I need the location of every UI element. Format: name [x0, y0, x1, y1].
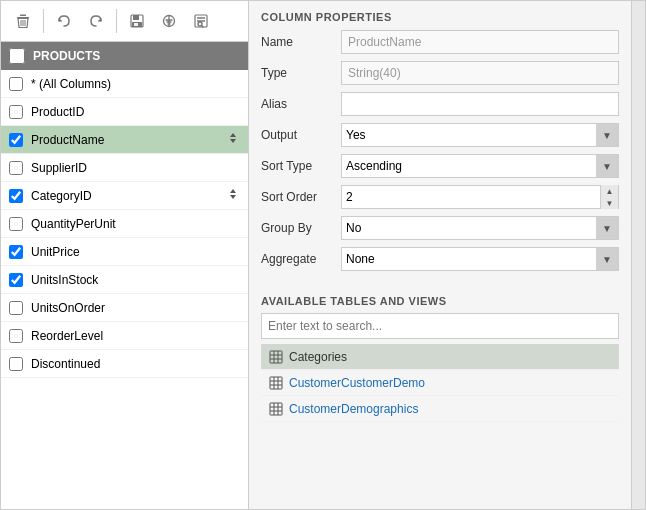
available-tables-title: AVAILABLE TABLES AND VIEWS — [249, 285, 631, 313]
table-icon-categories — [269, 350, 283, 364]
tables-list: Categories CustomerCustomerDemo Customer… — [261, 344, 619, 422]
toolbar — [1, 1, 248, 42]
alias-input[interactable] — [341, 92, 619, 116]
column-label-unitprice: UnitPrice — [31, 245, 240, 259]
column-checkbox-all-columns[interactable] — [9, 77, 23, 91]
table-item-categories[interactable]: Categories — [261, 344, 619, 370]
svg-marker-16 — [230, 133, 236, 137]
output-select-wrap: Yes No ▼ — [341, 123, 619, 147]
svg-marker-17 — [230, 139, 236, 143]
column-label-productid: ProductID — [31, 105, 240, 119]
sort-type-select-wrap: Ascending Descending None ▼ — [341, 154, 619, 178]
column-item-discontinued[interactable]: Discontinued — [1, 350, 248, 378]
column-checkbox-unitsinstock[interactable] — [9, 273, 23, 287]
alias-value-wrap — [341, 92, 619, 116]
toolbar-divider-1 — [43, 9, 44, 33]
redo-button[interactable] — [82, 7, 110, 35]
output-row: Output Yes No ▼ — [261, 122, 619, 148]
sort-order-row: Sort Order ▲ ▼ — [261, 184, 619, 210]
tables-section: Categories CustomerCustomerDemo Customer… — [249, 313, 631, 430]
column-item-unitsonorder[interactable]: UnitsOnOrder — [1, 294, 248, 322]
name-input[interactable] — [341, 30, 619, 54]
svg-marker-19 — [230, 195, 236, 199]
column-checkbox-discontinued[interactable] — [9, 357, 23, 371]
column-checkbox-productid[interactable] — [9, 105, 23, 119]
svg-rect-6 — [133, 15, 139, 20]
svg-point-14 — [198, 22, 202, 26]
column-checkbox-unitprice[interactable] — [9, 245, 23, 259]
delete-button[interactable] — [9, 7, 37, 35]
column-item-productid[interactable]: ProductID — [1, 98, 248, 126]
column-item-reorderlevel[interactable]: ReorderLevel — [1, 322, 248, 350]
column-checkbox-reorderlevel[interactable] — [9, 329, 23, 343]
column-checkbox-supplierid[interactable] — [9, 161, 23, 175]
sort-type-label: Sort Type — [261, 159, 341, 173]
tables-search-box — [261, 313, 619, 339]
scrollbar[interactable] — [631, 1, 645, 509]
right-panel: COLUMN PROPERTIES Name Type Alias — [249, 1, 631, 509]
tables-search-input[interactable] — [262, 319, 618, 333]
column-properties-title: COLUMN PROPERTIES — [249, 1, 631, 29]
svg-rect-20 — [270, 351, 282, 363]
column-label-discontinued: Discontinued — [31, 357, 240, 371]
column-checkbox-unitsonorder[interactable] — [9, 301, 23, 315]
group-by-select-wrap: No Yes ▼ — [341, 216, 619, 240]
search-table-button[interactable] — [187, 7, 215, 35]
table-icon-customercustomerdemo — [269, 376, 283, 390]
table-label-categories: Categories — [289, 350, 347, 364]
sort-order-spinners: ▲ ▼ — [600, 185, 618, 209]
column-checkbox-productname[interactable] — [9, 133, 23, 147]
sort-type-row: Sort Type Ascending Descending None ▼ — [261, 153, 619, 179]
output-label: Output — [261, 128, 341, 142]
save-button[interactable] — [123, 7, 151, 35]
aggregate-select-wrap: None Sum Avg Count Min Max ▼ — [341, 247, 619, 271]
sort-order-label: Sort Order — [261, 190, 341, 204]
table-icon-customerdemographics — [269, 402, 283, 416]
output-select[interactable]: Yes No — [342, 128, 596, 142]
column-label-supplierid: SupplierID — [31, 161, 240, 175]
name-value-wrap — [341, 30, 619, 54]
column-item-supplierid[interactable]: SupplierID — [1, 154, 248, 182]
select-all-checkbox[interactable] — [9, 48, 25, 64]
svg-marker-18 — [230, 189, 236, 193]
undo-button[interactable] — [50, 7, 78, 35]
alias-label: Alias — [261, 97, 341, 111]
sort-order-up[interactable]: ▲ — [601, 185, 618, 197]
name-row: Name — [261, 29, 619, 55]
svg-rect-8 — [134, 23, 138, 26]
sort-order-wrap: ▲ ▼ — [341, 185, 619, 209]
column-item-all-columns[interactable]: * (All Columns) — [1, 70, 248, 98]
sort-type-select[interactable]: Ascending Descending None — [342, 159, 596, 173]
table-item-customercustomerdemo[interactable]: CustomerCustomerDemo — [261, 370, 619, 396]
column-item-unitsinstock[interactable]: UnitsInStock — [1, 266, 248, 294]
group-by-row: Group By No Yes ▼ — [261, 215, 619, 241]
sort-order-input[interactable] — [342, 190, 600, 204]
type-input[interactable] — [341, 61, 619, 85]
column-item-categoryid[interactable]: CategoryID — [1, 182, 248, 210]
column-label-categoryid: CategoryID — [31, 189, 218, 203]
column-label-unitsinstock: UnitsInStock — [31, 273, 240, 287]
name-label: Name — [261, 35, 341, 49]
type-label: Type — [261, 66, 341, 80]
type-row: Type — [261, 60, 619, 86]
svg-rect-30 — [270, 403, 282, 415]
column-checkbox-quantityperunit[interactable] — [9, 217, 23, 231]
type-value-wrap — [341, 61, 619, 85]
table-item-customerdemographics[interactable]: CustomerDemographics — [261, 396, 619, 422]
sort-order-down[interactable]: ▼ — [601, 197, 618, 209]
column-checkbox-categoryid[interactable] — [9, 189, 23, 203]
sort-icon-categoryid — [226, 187, 240, 204]
column-item-productname[interactable]: ProductName — [1, 126, 248, 154]
filter-button[interactable] — [155, 7, 183, 35]
sort-type-dropdown-arrow: ▼ — [596, 155, 618, 177]
table-name: PRODUCTS — [33, 49, 100, 63]
aggregate-select[interactable]: None Sum Avg Count Min Max — [342, 252, 596, 266]
group-by-label: Group By — [261, 221, 341, 235]
column-item-unitprice[interactable]: UnitPrice — [1, 238, 248, 266]
column-item-quantityperunit[interactable]: QuantityPerUnit — [1, 210, 248, 238]
svg-rect-1 — [20, 15, 26, 17]
output-dropdown-arrow: ▼ — [596, 124, 618, 146]
group-by-select[interactable]: No Yes — [342, 221, 596, 235]
column-list: * (All Columns)ProductIDProductName Supp… — [1, 70, 248, 509]
svg-rect-25 — [270, 377, 282, 389]
